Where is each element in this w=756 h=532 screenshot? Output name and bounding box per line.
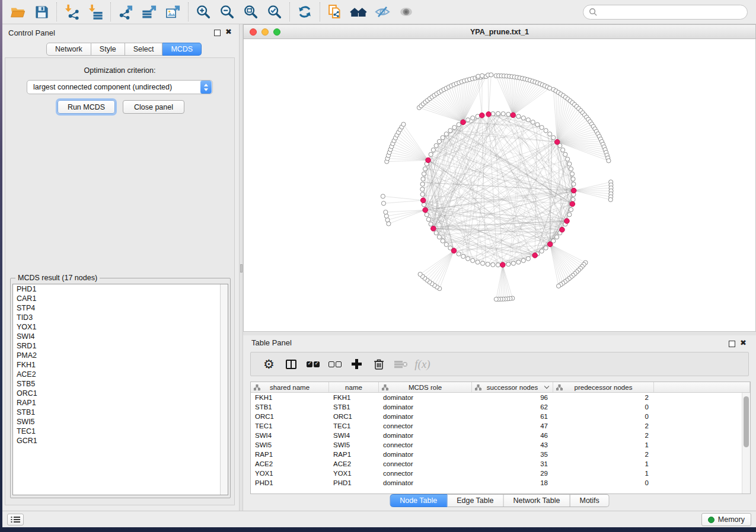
cell[interactable]: connector (379, 440, 472, 450)
cell[interactable]: 62 (472, 402, 553, 412)
mcds-result-item[interactable]: GCR1 (13, 436, 228, 446)
cell[interactable]: ORC1 (329, 412, 379, 421)
cell[interactable]: 96 (472, 393, 553, 402)
cell[interactable]: dominator (379, 402, 472, 412)
search-box[interactable] (583, 5, 748, 20)
tab-node-table[interactable]: Node Table (390, 494, 447, 507)
vertical-splitter[interactable] (239, 24, 243, 511)
cell[interactable]: RAP1 (251, 450, 329, 459)
tab-network-table[interactable]: Network Table (504, 494, 570, 507)
cell[interactable]: 31 (472, 459, 553, 469)
column-header-MCDS-role[interactable]: MCDS role (379, 382, 472, 392)
cell[interactable]: SWI4 (329, 431, 379, 440)
settings-icon[interactable]: ⚙ (258, 355, 280, 373)
cell[interactable]: 2 (553, 431, 654, 440)
mcds-result-item[interactable]: TEC1 (13, 427, 228, 436)
cell[interactable]: 61 (472, 412, 553, 421)
mcds-result-item[interactable]: STB5 (13, 379, 228, 389)
cell[interactable]: YOX1 (329, 469, 379, 478)
search-input[interactable] (598, 8, 734, 17)
zoom-out-icon[interactable] (215, 1, 239, 23)
cell[interactable]: dominator (379, 393, 472, 402)
cell[interactable]: connector (379, 469, 472, 478)
zoom-selected-icon[interactable] (263, 1, 286, 23)
export-table-icon[interactable] (138, 1, 161, 23)
memory-button[interactable]: Memory (701, 513, 751, 526)
cell[interactable]: 0 (553, 478, 654, 488)
mcds-result-item[interactable]: YOX1 (13, 322, 228, 332)
cell[interactable]: STB1 (329, 402, 379, 412)
cell[interactable]: 1 (553, 459, 654, 469)
mcds-result-item[interactable]: RAP1 (13, 398, 228, 408)
mcds-result-item[interactable]: ORC1 (13, 389, 228, 398)
criterion-dropdown[interactable]: largest connected component (undirected) (27, 80, 213, 94)
cell[interactable]: connector (379, 459, 472, 469)
table-row[interactable]: SWI4SWI4dominator462 (251, 431, 742, 440)
mcds-result-item[interactable]: CAR1 (13, 294, 228, 303)
cell[interactable]: SWI5 (251, 440, 329, 450)
deselect-all-checkboxes-icon[interactable] (324, 355, 346, 373)
delete-column-icon[interactable] (368, 355, 390, 373)
automation-panel-button[interactable] (7, 514, 24, 525)
cell[interactable]: TEC1 (329, 421, 379, 431)
mcds-result-item[interactable]: SWI4 (13, 332, 228, 341)
table-row[interactable]: RAP1RAP1dominator352 (251, 450, 742, 459)
close-panel-icon[interactable]: ✖ (225, 28, 232, 36)
run-mcds-button[interactable]: Run MCDS (58, 100, 115, 114)
zoom-fit-icon[interactable] (239, 1, 263, 23)
cell[interactable]: SWI4 (251, 431, 329, 440)
cell[interactable]: 35 (472, 450, 553, 459)
mcds-result-item[interactable]: STB1 (13, 408, 228, 417)
table-row[interactable]: ORC1ORC1dominator610 (251, 412, 742, 421)
mcds-result-item[interactable]: FKH1 (13, 360, 228, 370)
cell[interactable]: dominator (379, 431, 472, 440)
tab-select[interactable]: Select (125, 43, 163, 56)
import-table-icon[interactable] (84, 1, 107, 23)
column-header-name[interactable]: name (329, 382, 379, 392)
cell[interactable]: 29 (472, 469, 553, 478)
close-panel-button[interactable]: Close panel (123, 100, 184, 114)
table-scrollbar-thumb[interactable] (744, 396, 749, 447)
mcds-list-scrollbar[interactable] (220, 284, 228, 495)
cell[interactable]: 46 (472, 431, 553, 440)
float-panel-icon[interactable] (729, 341, 735, 347)
table-row[interactable]: FKH1FKH1dominator962 (251, 393, 742, 402)
table-row[interactable]: STB1STB1dominator620 (251, 402, 742, 412)
cell[interactable]: SWI5 (329, 440, 379, 450)
mcds-result-item[interactable]: ACE2 (13, 370, 228, 379)
cell[interactable]: dominator (379, 478, 472, 488)
float-panel-icon[interactable] (214, 30, 221, 36)
export-network-icon[interactable] (114, 1, 138, 23)
add-column-icon[interactable] (346, 355, 368, 373)
import-network-icon[interactable] (60, 1, 84, 23)
cell[interactable]: 1 (553, 440, 654, 450)
table-row[interactable]: YOX1YOX1connector291 (251, 469, 742, 478)
refresh-view-icon[interactable] (293, 1, 317, 23)
cell[interactable]: connector (379, 421, 472, 431)
splitter-grip[interactable] (240, 264, 243, 273)
tab-style[interactable]: Style (91, 43, 125, 56)
tab-mcds[interactable]: MCDS (162, 43, 202, 56)
network-graph[interactable] (243, 39, 756, 332)
cell[interactable]: 2 (553, 450, 654, 459)
cell[interactable]: TEC1 (251, 421, 329, 431)
hide-selected-icon[interactable] (371, 1, 394, 23)
column-header-successor-nodes[interactable]: successor nodes (472, 382, 553, 392)
new-network-from-selection-icon[interactable] (323, 1, 347, 23)
cell[interactable]: 0 (553, 412, 654, 421)
cell[interactable]: YOX1 (251, 469, 329, 478)
first-neighbors-icon[interactable] (347, 1, 371, 23)
cell[interactable]: dominator (379, 450, 472, 459)
table-row[interactable]: ACE2ACE2connector311 (251, 459, 742, 469)
mcds-result-item[interactable]: SRD1 (13, 341, 228, 351)
table-row[interactable]: SWI5SWI5connector431 (251, 440, 742, 450)
cell[interactable]: FKH1 (329, 393, 379, 402)
open-file-icon[interactable] (6, 1, 30, 23)
cell[interactable]: RAP1 (329, 450, 379, 459)
zoom-in-icon[interactable] (192, 1, 215, 23)
cell[interactable]: ACE2 (251, 459, 329, 469)
column-header-predecessor-nodes[interactable]: predecessor nodes (553, 382, 654, 392)
save-session-icon[interactable] (30, 1, 53, 23)
cell[interactable]: STB1 (251, 402, 329, 412)
cell[interactable]: FKH1 (251, 393, 329, 402)
